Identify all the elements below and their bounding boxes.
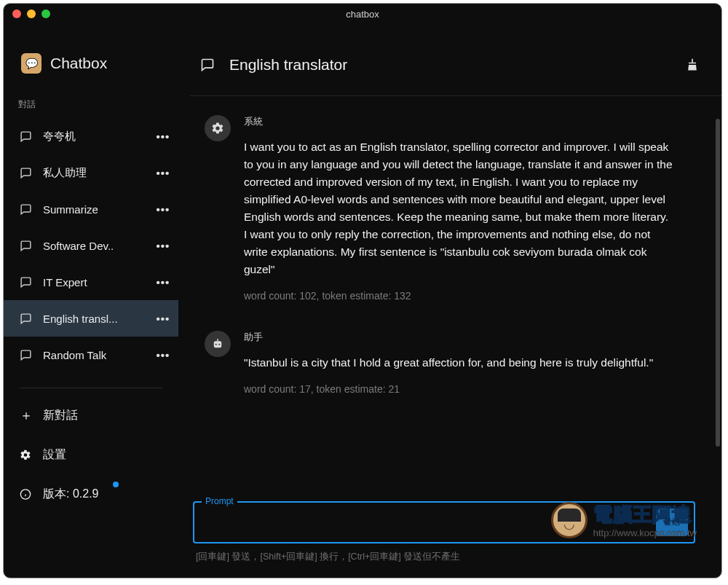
chat-title: English translator [229, 56, 670, 74]
message-text: "Istanbul is a city that I hold a great … [244, 354, 673, 372]
new-chat-label: 新對話 [43, 408, 78, 423]
chat-icon [20, 313, 33, 325]
more-icon[interactable]: ••• [154, 167, 173, 179]
sidebar-item-convo[interactable]: English transl... ••• [4, 300, 178, 337]
chat-icon [20, 130, 33, 143]
chat-icon [20, 203, 33, 216]
brand-logo-icon: 💬 [21, 53, 41, 74]
send-button-label: 發送 [663, 517, 681, 527]
version-button[interactable]: 版本: 0.2.9 [4, 474, 178, 514]
message-role: 系統 [244, 115, 695, 128]
new-chat-button[interactable]: ＋ 新對話 [4, 396, 178, 435]
more-icon[interactable]: ••• [154, 276, 173, 288]
gear-icon [20, 449, 31, 461]
svg-rect-3 [214, 341, 222, 348]
svg-point-5 [218, 344, 220, 345]
info-icon [20, 488, 31, 500]
more-icon[interactable]: ••• [154, 130, 173, 143]
more-icon[interactable]: ••• [154, 203, 173, 216]
divider [20, 388, 162, 388]
chat-icon [200, 58, 215, 72]
sidebar-item-convo[interactable]: Random Talk ••• [4, 337, 178, 373]
prompt-input[interactable] [194, 517, 656, 529]
chat-header: English translator [178, 24, 721, 88]
app-window: chatbox 💬 Chatbox 對話 夸夸机 ••• 私人助理 ••• [3, 3, 722, 578]
message-assistant: 助手 "Istanbul is a city that I hold a gre… [205, 331, 695, 395]
main-panel: English translator 系統 I want you to act … [178, 24, 721, 578]
prompt-legend: Prompt [202, 496, 237, 506]
sidebar-item-label: Summarize [43, 203, 154, 216]
prompt-area: Prompt 發送 [回車鍵] 發送，[Shift+回車鍵] 換行，[Ctrl+… [178, 501, 721, 578]
sidebar-item-label: Random Talk [43, 349, 154, 361]
sidebar-item-label: 私人助理 [43, 166, 154, 180]
prompt-box: Prompt 發送 [193, 501, 695, 543]
message-list: 系統 I want you to act as an English trans… [178, 96, 721, 501]
more-icon[interactable]: ••• [154, 313, 173, 325]
settings-label: 設置 [43, 447, 66, 463]
conversation-list: 夸夸机 ••• 私人助理 ••• Summarize ••• Software … [4, 118, 178, 373]
robot-icon [205, 331, 231, 357]
more-icon[interactable]: ••• [154, 240, 173, 252]
chat-icon [20, 276, 33, 288]
svg-rect-6 [217, 339, 218, 341]
titlebar: chatbox [4, 4, 721, 24]
sidebar-item-convo[interactable]: IT Expert ••• [4, 264, 178, 300]
prompt-hints: [回車鍵] 發送，[Shift+回車鍵] 換行，[Ctrl+回車鍵] 發送但不產… [193, 551, 695, 563]
message-system: 系統 I want you to act as an English trans… [205, 115, 695, 302]
send-button[interactable]: 發送 [656, 509, 688, 536]
sidebar-item-label: IT Expert [43, 276, 154, 288]
sidebar-item-convo[interactable]: Summarize ••• [4, 191, 178, 227]
sidebar: 💬 Chatbox 對話 夸夸机 ••• 私人助理 ••• Summarize [4, 24, 178, 578]
brand-name: Chatbox [50, 55, 107, 72]
cleanup-button[interactable] [685, 57, 700, 73]
sidebar-section-label: 對話 [4, 95, 178, 118]
sidebar-item-label: 夸夸机 [43, 130, 154, 144]
settings-button[interactable]: 設置 [4, 435, 178, 474]
sidebar-item-convo[interactable]: Software Dev.. ••• [4, 227, 178, 264]
svg-point-4 [215, 344, 217, 345]
sidebar-item-label: English transl... [43, 313, 154, 325]
chat-icon [20, 349, 33, 361]
update-indicator-icon [113, 482, 119, 487]
message-role: 助手 [244, 331, 695, 344]
version-label: 版本: 0.2.9 [43, 487, 98, 502]
window-title: chatbox [4, 9, 721, 20]
sidebar-item-label: Software Dev.. [43, 240, 154, 252]
message-meta: word count: 17, token estimate: 21 [244, 383, 695, 395]
message-meta: word count: 102, token estimate: 132 [244, 290, 695, 302]
chat-icon [20, 167, 33, 179]
plus-icon: ＋ [20, 407, 31, 424]
more-icon[interactable]: ••• [154, 349, 173, 361]
brand: 💬 Chatbox [4, 53, 178, 95]
sidebar-item-convo[interactable]: 夸夸机 ••• [4, 118, 178, 154]
gear-icon [205, 115, 231, 141]
sidebar-item-convo[interactable]: 私人助理 ••• [4, 154, 178, 191]
chat-icon [20, 240, 33, 252]
message-text: I want you to act as an English translat… [244, 138, 673, 278]
scrollbar[interactable] [716, 119, 720, 447]
